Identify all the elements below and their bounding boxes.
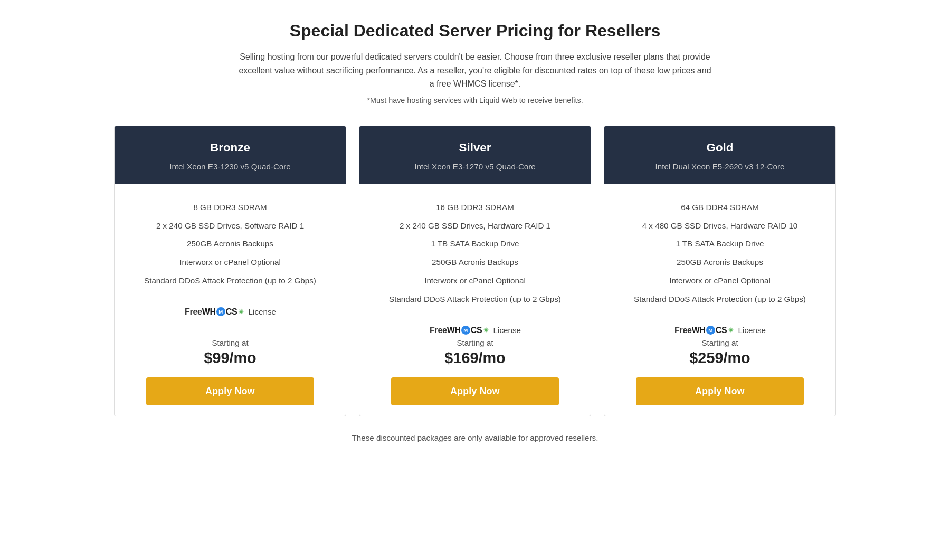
feature-item: Interworx or cPanel Optional (125, 253, 335, 272)
page-title: Special Dedicated Server Pricing for Res… (106, 21, 844, 41)
features-list-bronze: 8 GB DDR3 SDRAM 2 x 240 GB SSD Drives, S… (125, 198, 335, 290)
whmcs-free-text: Free (185, 307, 202, 317)
feature-item: 1 TB SATA Backup Drive (370, 235, 580, 253)
whmcs-gear-icon (238, 308, 245, 316)
feature-item: 250GB Acronis Backups (370, 253, 580, 272)
feature-item: 250GB Acronis Backups (615, 253, 825, 272)
plans-container: Bronze Intel Xeon E3-1230 v5 Quad-Core 8… (106, 126, 844, 416)
apply-button-silver[interactable]: Apply Now (391, 377, 559, 405)
card-silver: Silver Intel Xeon E3-1270 v5 Quad-Core 1… (359, 126, 591, 416)
whmcs-m-circle: M (706, 326, 715, 335)
pricing-section-gold: Starting at $259/mo (615, 338, 825, 367)
whmcs-license-line: Free WH M CS License (125, 304, 335, 320)
whmcs-license-text: License (491, 326, 521, 335)
whmcs-gear-icon (727, 327, 735, 334)
card-body-gold: 64 GB DDR4 SDRAM 4 x 480 GB SSD Drives, … (604, 184, 835, 416)
feature-item: Standard DDoS Attack Protection (up to 2… (125, 272, 335, 290)
features-list-gold: 64 GB DDR4 SDRAM 4 x 480 GB SSD Drives, … (615, 198, 825, 309)
whmcs-license-line: Free WH M CS License (615, 322, 825, 338)
price-silver: $169/mo (370, 349, 580, 367)
feature-item: 1 TB SATA Backup Drive (615, 235, 825, 253)
whmcs-cs-text: CS (226, 307, 238, 317)
whmcs-cs-text: CS (471, 326, 482, 335)
feature-item: 16 GB DDR3 SDRAM (370, 198, 580, 217)
feature-item: 4 x 480 GB SSD Drives, Hardware RAID 10 (615, 217, 825, 235)
card-body-bronze: 8 GB DDR3 SDRAM 2 x 240 GB SSD Drives, S… (115, 184, 346, 416)
starting-at-label-gold: Starting at (615, 338, 825, 347)
feature-item: 2 x 240 GB SSD Drives, Hardware RAID 1 (370, 217, 580, 235)
whmcs-license-line: Free WH M CS License (370, 322, 580, 338)
apply-button-bronze[interactable]: Apply Now (146, 377, 314, 405)
card-bronze: Bronze Intel Xeon E3-1230 v5 Quad-Core 8… (114, 126, 346, 416)
plan-name-bronze: Bronze (125, 141, 335, 155)
whmcs-wh-text: WH (692, 326, 706, 335)
plan-processor-silver: Intel Xeon E3-1270 v5 Quad-Core (370, 162, 580, 171)
feature-item: Interworx or cPanel Optional (370, 272, 580, 290)
whmcs-logo: Free WH M CS (674, 326, 735, 335)
feature-item: 2 x 240 GB SSD Drives, Software RAID 1 (125, 217, 335, 235)
page-subtitle: Selling hosting from our powerful dedica… (238, 50, 712, 91)
starting-at-label-silver: Starting at (370, 338, 580, 347)
apply-button-gold[interactable]: Apply Now (636, 377, 804, 405)
feature-item: Standard DDoS Attack Protection (up to 2… (370, 290, 580, 309)
whmcs-m-circle: M (216, 307, 225, 316)
card-header-silver: Silver Intel Xeon E3-1270 v5 Quad-Core (359, 126, 591, 184)
feature-item: 64 GB DDR4 SDRAM (615, 198, 825, 217)
plan-name-silver: Silver (370, 141, 580, 155)
price-gold: $259/mo (615, 349, 825, 367)
whmcs-license-text: License (736, 326, 766, 335)
feature-item: 250GB Acronis Backups (125, 235, 335, 253)
card-gold: Gold Intel Dual Xeon E5-2620 v3 12-Core … (604, 126, 836, 416)
svg-point-3 (485, 329, 487, 331)
feature-item: 8 GB DDR3 SDRAM (125, 198, 335, 217)
card-header-gold: Gold Intel Dual Xeon E5-2620 v3 12-Core (604, 126, 835, 184)
plan-processor-bronze: Intel Xeon E3-1230 v5 Quad-Core (125, 162, 335, 171)
page-header: Special Dedicated Server Pricing for Res… (106, 21, 844, 105)
whmcs-free-text: Free (430, 326, 447, 335)
svg-point-1 (240, 311, 242, 313)
feature-item: Standard DDoS Attack Protection (up to 2… (615, 290, 825, 309)
whmcs-free-text: Free (674, 326, 692, 335)
footer-note: These discounted packages are only avail… (106, 433, 844, 442)
card-body-silver: 16 GB DDR3 SDRAM 2 x 240 GB SSD Drives, … (359, 184, 591, 416)
whmcs-license-text: License (246, 307, 276, 316)
starting-at-label-bronze: Starting at (125, 338, 335, 347)
feature-item: Interworx or cPanel Optional (615, 272, 825, 290)
whmcs-logo: Free WH M CS (430, 326, 490, 335)
card-header-bronze: Bronze Intel Xeon E3-1230 v5 Quad-Core (115, 126, 346, 184)
whmcs-gear-icon (482, 327, 490, 334)
plan-name-gold: Gold (615, 141, 825, 155)
features-list-silver: 16 GB DDR3 SDRAM 2 x 240 GB SSD Drives, … (370, 198, 580, 309)
whmcs-m-circle: M (461, 326, 470, 335)
whmcs-wh-text: WH (202, 307, 216, 317)
plan-processor-gold: Intel Dual Xeon E5-2620 v3 12-Core (615, 162, 825, 171)
whmcs-logo: Free WH M CS (185, 307, 245, 317)
whmcs-cs-text: CS (716, 326, 727, 335)
price-bronze: $99/mo (125, 349, 335, 367)
pricing-section-bronze: Starting at $99/mo (125, 338, 335, 367)
pricing-section-silver: Starting at $169/mo (370, 338, 580, 367)
svg-point-5 (730, 329, 732, 331)
page-note: *Must have hosting services with Liquid … (106, 96, 844, 105)
whmcs-wh-text: WH (447, 326, 461, 335)
